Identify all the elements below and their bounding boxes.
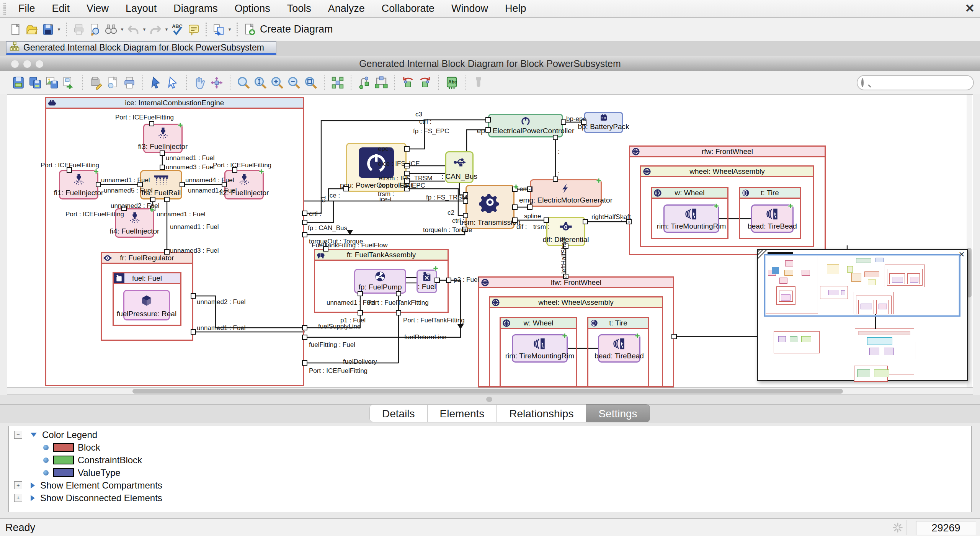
port[interactable] — [164, 197, 170, 202]
expand-plus-icon[interactable] — [178, 123, 183, 128]
block-rfw-rim[interactable]: rim: TireMountingRim — [663, 204, 719, 233]
dropdown-arrow-icon[interactable]: ▾ — [56, 26, 62, 32]
port[interactable] — [404, 146, 410, 152]
block-fi2[interactable]: fi2: FuelInjector — [224, 170, 264, 199]
port[interactable] — [358, 310, 363, 315]
port[interactable] — [553, 176, 558, 182]
note-button[interactable] — [186, 21, 202, 38]
block-fuelPressure[interactable]: fuelPressure: Real — [123, 290, 170, 320]
port[interactable] — [343, 186, 349, 191]
spell-check-button[interactable]: ABC — [170, 21, 186, 38]
port[interactable] — [434, 278, 440, 283]
tree-arrow-icon[interactable] — [31, 482, 35, 489]
zoom-button[interactable] — [235, 74, 252, 91]
search-box[interactable]: ✕ — [857, 75, 974, 90]
port[interactable] — [512, 204, 518, 210]
close-window-icon[interactable]: ✕ — [965, 2, 975, 15]
block-header[interactable]: t: Tire — [588, 318, 648, 329]
port[interactable] — [149, 121, 154, 126]
toolbar-drag-handle[interactable] — [3, 2, 6, 15]
copy-diagram-button[interactable] — [211, 21, 227, 38]
diagram-canvas[interactable]: ice: InternalCombustionEnginefr: FuelReg… — [7, 94, 973, 388]
port[interactable] — [583, 219, 588, 224]
tab-relationships[interactable]: Relationships — [497, 404, 586, 422]
abc-layout-button[interactable]: Abc — [443, 74, 460, 91]
printer-button[interactable] — [121, 74, 138, 91]
create-diagram-label[interactable]: Create Diagram — [260, 23, 333, 35]
connector[interactable] — [407, 189, 466, 216]
block-header[interactable]: fr: FuelRegulator — [102, 253, 192, 264]
expand-plus-icon[interactable] — [513, 184, 519, 190]
port[interactable] — [544, 217, 549, 223]
new-file-button[interactable] — [8, 21, 24, 38]
splitter-knob[interactable] — [486, 397, 492, 402]
block-canbus[interactable]: : CAN_Bus — [445, 151, 474, 183]
block-lfw-bead[interactable]: bead: TireBead — [598, 334, 640, 363]
expand-plus-icon[interactable] — [562, 333, 567, 338]
zoom-in-button[interactable] — [269, 74, 286, 91]
tree-arrow-icon[interactable] — [31, 433, 37, 437]
menu-item-options[interactable]: Options — [235, 3, 270, 15]
zoom-out-button[interactable] — [286, 74, 302, 91]
dropdown-arrow-icon[interactable]: ▾ — [141, 26, 147, 32]
horizontal-scrollbar-thumb[interactable] — [132, 389, 843, 394]
port[interactable] — [191, 293, 196, 299]
expand-plus-icon[interactable] — [259, 169, 264, 174]
port[interactable] — [180, 182, 185, 187]
block-trsm[interactable]: trsm: Transmission — [466, 185, 514, 229]
block-epc[interactable]: epc: ElectricalPowerController — [488, 114, 563, 137]
dropdown-arrow-icon[interactable]: ▾ — [163, 26, 170, 32]
block-header[interactable]: w: Wheel — [652, 188, 727, 199]
port[interactable] — [396, 291, 401, 296]
undo-button[interactable] — [125, 21, 141, 38]
port[interactable] — [302, 335, 307, 340]
search-input[interactable] — [867, 77, 978, 88]
block-header[interactable]: ft: FuelTankAssembly — [315, 250, 448, 261]
expand-plus-icon[interactable] — [93, 169, 99, 174]
move-button[interactable] — [208, 74, 225, 91]
menu-item-edit[interactable]: Edit — [52, 3, 70, 15]
port[interactable] — [671, 334, 677, 339]
menu-item-window[interactable]: Window — [451, 3, 488, 15]
port[interactable] — [396, 310, 401, 315]
zoom-vertical-button[interactable] — [252, 74, 269, 91]
expand-plus-icon[interactable] — [788, 203, 793, 209]
port[interactable] — [164, 249, 170, 255]
minimap-viewport-handle[interactable] — [772, 267, 779, 274]
block-fuel2[interactable]: : Fuel — [416, 270, 437, 293]
menu-item-help[interactable]: Help — [505, 3, 526, 15]
pan-hand-button[interactable] — [191, 74, 208, 91]
tree-expander[interactable]: + — [14, 481, 22, 489]
block-header[interactable]: rfw: FrontWheel — [630, 147, 825, 157]
route-path-button[interactable] — [356, 74, 373, 91]
tree-label[interactable]: Show Element Compartments — [40, 480, 162, 491]
menu-item-file[interactable]: File — [18, 3, 35, 15]
menu-item-analyze[interactable]: Analyze — [328, 3, 365, 15]
port[interactable] — [553, 135, 558, 140]
color-swatch[interactable] — [53, 443, 74, 452]
diagram-tab[interactable]: Generated Internal Block Diagram for Blo… — [6, 41, 276, 55]
menu-item-collaborate[interactable]: Collaborate — [382, 3, 434, 15]
block-fi1[interactable]: fi1: FuelInjector — [59, 170, 98, 199]
port[interactable] — [485, 127, 491, 132]
save-diagram-button[interactable] — [10, 74, 27, 91]
block-fi3[interactable]: fi3: FuelInjector — [143, 124, 183, 153]
window-title-bar[interactable]: Generated Internal Block Diagram for Blo… — [0, 56, 980, 72]
splitter-strip[interactable] — [0, 395, 980, 405]
block-header[interactable]: lfw: FrontWheel — [479, 278, 673, 288]
port[interactable] — [302, 211, 307, 216]
zoom-fit-button[interactable] — [302, 74, 319, 91]
tab-elements[interactable]: Elements — [428, 404, 497, 422]
port[interactable] — [561, 119, 566, 125]
menu-item-tools[interactable]: Tools — [287, 3, 311, 15]
minimap-viewport[interactable] — [764, 254, 960, 317]
block-rfw-bead[interactable]: bead: TireBead — [751, 204, 794, 233]
port[interactable] — [302, 232, 307, 237]
expand-plus-icon[interactable] — [433, 266, 438, 271]
print-preview-doc-button[interactable] — [104, 74, 121, 91]
port[interactable] — [485, 117, 491, 123]
tab-settings[interactable]: Settings — [586, 404, 650, 422]
block-fra[interactable]: fra: FuelRail — [140, 170, 182, 199]
tree-label[interactable]: Color Legend — [42, 430, 97, 440]
port[interactable] — [160, 165, 165, 170]
